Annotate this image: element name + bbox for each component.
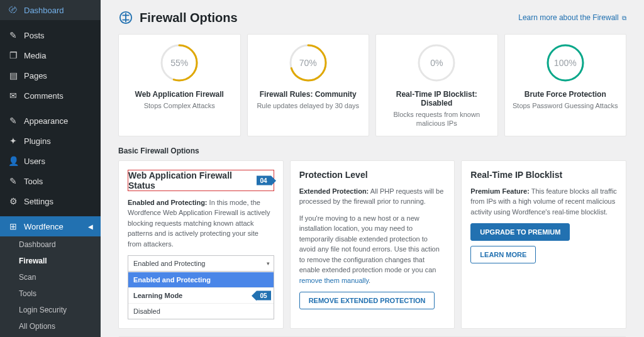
media-icon: ❐ <box>8 50 19 60</box>
stat-card-2: 0% Real-Time IP Blocklist: Disabled Bloc… <box>375 34 498 136</box>
sidebar-item-label: Tools <box>24 177 43 186</box>
stat-subtitle: Blocks requests from known malicious IPs <box>381 110 492 128</box>
wordfence-icon: ⊞ <box>8 221 19 231</box>
waf-status-title: Web Application Firewall Status <box>128 170 232 191</box>
stat-card-0: 55% Web Application Firewall Stops Compl… <box>118 34 241 136</box>
protection-level-note: If you're moving to a new host or a new … <box>299 213 446 286</box>
submenu-all-options[interactable]: All Options <box>0 318 101 334</box>
submenu-dashboard[interactable]: Dashboard <box>0 236 101 253</box>
basic-options-title: Basic Firewall Options <box>118 146 626 155</box>
realtime-blocklist-desc: Premium Feature: This feature blocks all… <box>470 186 617 218</box>
progress-ring: 0% <box>416 42 457 84</box>
sidebar-item-label: Pages <box>24 71 47 80</box>
sidebar-item-label: Settings <box>24 197 53 206</box>
waf-status-panel: Web Application Firewall Status 04 Enabl… <box>118 160 284 329</box>
learn-more-label: Learn more about the Firewall <box>518 13 618 22</box>
sidebar-item-label: Plugins <box>24 136 51 146</box>
protection-level-desc: Extended Protection: All PHP requests wi… <box>299 186 446 207</box>
basic-options-panels: Web Application Firewall Status 04 Enabl… <box>118 160 626 329</box>
stats-row: 55% Web Application Firewall Stops Compl… <box>118 34 626 136</box>
pages-icon: ▤ <box>8 70 19 80</box>
firewall-options-icon <box>118 10 133 25</box>
submenu-tools[interactable]: Tools <box>0 285 101 302</box>
sidebar-item-label: Media <box>24 51 46 60</box>
stat-subtitle: Stops Complex Attacks <box>124 101 235 110</box>
learn-more-button[interactable]: LEARN MORE <box>470 246 536 263</box>
submenu-help[interactable]: Help <box>0 334 101 337</box>
stat-subtitle: Rule updates delayed by 30 days <box>253 101 364 110</box>
learn-more-link[interactable]: Learn more about the Firewall ⧉ <box>518 13 626 22</box>
stat-title: Brute Force Protection <box>510 90 621 99</box>
remove-manually-link[interactable]: remove them manually <box>299 277 369 284</box>
users-icon: 👤 <box>8 156 19 166</box>
stat-title: Real-Time IP Blocklist: Disabled <box>381 90 492 108</box>
stat-title: Firewall Rules: Community <box>253 90 364 99</box>
sidebar-item-pages[interactable]: ▤Pages <box>0 65 101 86</box>
stat-card-1: 70% Firewall Rules: Community Rule updat… <box>247 34 370 136</box>
waf-status-dropdown: Enabled and Protecting Learning Mode 05 … <box>128 272 274 319</box>
progress-ring: 55% <box>158 42 200 84</box>
sidebar-item-tools[interactable]: ✎Tools <box>0 171 101 191</box>
sidebar-item-plugins[interactable]: ✦Plugins <box>0 131 101 151</box>
posts-icon: ✎ <box>8 30 19 40</box>
progress-percent: 70% <box>287 42 329 84</box>
tools-icon: ✎ <box>8 176 19 186</box>
appearance-icon: ✎ <box>8 116 19 126</box>
chevron-left-icon: ◀ <box>88 223 93 230</box>
sidebar-item-settings[interactable]: ⚙Settings <box>0 191 101 211</box>
sidebar-item-label: Posts <box>24 31 45 40</box>
realtime-blocklist-title: Real-Time IP Blocklist <box>470 170 617 180</box>
sidebar-item-label: Wordfence <box>24 222 64 231</box>
sidebar-item-label: Dashboard <box>24 6 64 15</box>
sidebar-item-label: Comments <box>24 91 64 101</box>
page-header: Firewall Options Learn more about the Fi… <box>118 10 626 25</box>
sidebar-item-posts[interactable]: ✎Posts <box>0 25 101 45</box>
progress-percent: 100% <box>545 42 586 84</box>
submenu-scan[interactable]: Scan <box>0 269 101 285</box>
plugins-icon: ✦ <box>8 136 19 146</box>
external-link-icon: ⧉ <box>622 14 626 21</box>
stat-subtitle: Stops Password Guessing Attacks <box>510 101 621 110</box>
dropdown-option-label: Learning Mode <box>133 292 182 299</box>
dropdown-option-learning[interactable]: Learning Mode 05 <box>128 287 274 303</box>
annotation-tag-05: 05 <box>257 291 271 301</box>
stat-card-3: 100% Brute Force Protection Stops Passwo… <box>504 34 627 136</box>
sidebar-item-wordfence[interactable]: ⊞Wordfence◀ <box>0 216 101 236</box>
progress-ring: 100% <box>545 42 586 84</box>
comments-icon: ✉ <box>8 91 19 101</box>
sidebar-item-label: Users <box>24 157 45 166</box>
sidebar-item-comments[interactable]: ✉Comments <box>0 86 101 106</box>
waf-status-desc: Enabled and Protecting: In this mode, th… <box>128 197 274 250</box>
sidebar-item-media[interactable]: ❐Media <box>0 45 101 65</box>
dropdown-option-disabled[interactable]: Disabled <box>128 303 274 319</box>
protection-level-title: Protection Level <box>299 170 446 180</box>
upgrade-premium-button[interactable]: UPGRADE TO PREMIUM <box>470 223 570 241</box>
progress-ring: 70% <box>287 42 329 84</box>
protection-level-panel: Protection Level Extended Protection: Al… <box>290 160 455 329</box>
progress-percent: 55% <box>158 42 200 84</box>
submenu-firewall[interactable]: Firewall <box>0 253 101 269</box>
dashboard-icon: 〄 <box>8 5 19 15</box>
remove-extended-protection-button[interactable]: REMOVE EXTENDED PROTECTION <box>299 292 435 309</box>
waf-status-select[interactable]: Enabled and Protecting <box>128 255 274 272</box>
annotation-tag-04: 04 <box>257 175 271 185</box>
sidebar-item-dashboard[interactable]: 〄Dashboard <box>0 0 101 20</box>
dropdown-option-enabled[interactable]: Enabled and Protecting <box>128 272 274 287</box>
sidebar-item-appearance[interactable]: ✎Appearance <box>0 111 101 131</box>
main-content: Firewall Options Learn more about the Fi… <box>101 0 644 337</box>
submenu-login-security[interactable]: Login Security <box>0 302 101 318</box>
stat-title: Web Application Firewall <box>124 90 235 99</box>
progress-percent: 0% <box>416 42 457 84</box>
settings-icon: ⚙ <box>8 196 19 206</box>
realtime-blocklist-panel: Real-Time IP Blocklist Premium Feature: … <box>461 160 626 329</box>
sidebar-item-users[interactable]: 👤Users <box>0 151 101 171</box>
wordfence-submenu: Dashboard Firewall Scan Tools Login Secu… <box>0 236 101 337</box>
admin-sidebar: 〄Dashboard ✎Posts ❐Media ▤Pages ✉Comment… <box>0 0 101 337</box>
page-title: Firewall Options <box>140 11 238 25</box>
waf-status-heading: Web Application Firewall Status 04 <box>128 170 274 191</box>
sidebar-item-label: Appearance <box>24 116 68 126</box>
